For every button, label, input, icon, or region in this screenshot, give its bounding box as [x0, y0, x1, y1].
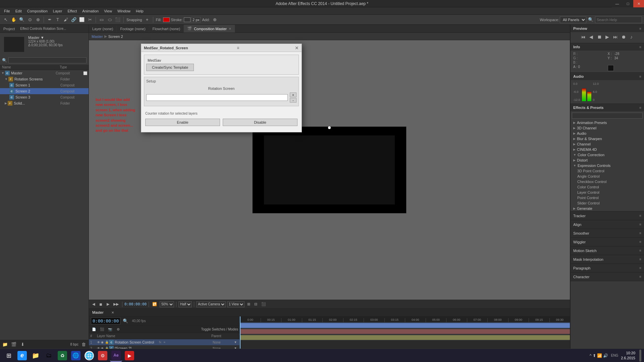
menu-view[interactable]: View: [101, 8, 115, 14]
effect-cat-channel[interactable]: ▶ Channel: [571, 141, 644, 147]
vt-prev-frame[interactable]: ◀: [91, 301, 96, 307]
vt-grid[interactable]: ⊞: [246, 301, 252, 307]
window-controls[interactable]: — □ ✕: [612, 0, 644, 7]
tab-flowchart[interactable]: Flowchart (none): [149, 25, 184, 33]
taskbar-folder[interactable]: 📁: [30, 350, 42, 362]
tl-tab-master[interactable]: Master: [91, 310, 105, 315]
effect-sub-layer[interactable]: Layer Control: [571, 190, 644, 195]
vt-zoom-select[interactable]: 50%: [160, 301, 174, 307]
vt-next-frame[interactable]: ▶▶: [112, 301, 120, 307]
taskbar-ie[interactable]: e: [16, 350, 28, 362]
rotation-screen-input[interactable]: [146, 94, 288, 101]
tool-roto[interactable]: ✂: [86, 16, 94, 23]
effects-search-input[interactable]: [572, 113, 643, 119]
taskbar-app5[interactable]: 🌐: [70, 350, 82, 362]
prev-back-btn[interactable]: ◀: [588, 34, 595, 40]
effect-sub-3dpoint[interactable]: 3D Point Control: [571, 168, 644, 174]
effect-cat-distort[interactable]: ▶ Distort: [571, 158, 644, 163]
prev-record-btn[interactable]: ⏺: [620, 34, 627, 40]
vt-safe-zones[interactable]: ⊟: [253, 301, 259, 307]
workspace-selector[interactable]: All Panels: [560, 16, 586, 23]
effect-cat-expression[interactable]: ▼ Expression Controls: [571, 163, 644, 168]
character-menu-icon[interactable]: ≡: [639, 275, 641, 279]
import-btn[interactable]: ⬇: [19, 341, 26, 348]
effect-sub-slider[interactable]: Slider Control: [571, 200, 644, 206]
tab-footage[interactable]: Footage (none): [117, 25, 149, 33]
menu-window[interactable]: Window: [115, 8, 133, 14]
disable-btn[interactable]: Disable: [223, 119, 298, 126]
tool-zoom[interactable]: 🔍: [18, 16, 25, 23]
menu-effect[interactable]: Effect: [65, 8, 79, 14]
modal-close-btn[interactable]: ✕: [295, 45, 299, 51]
file-item-screen1[interactable]: C Screen 1 Composit: [0, 82, 89, 88]
breadcrumb-master[interactable]: Master: [92, 35, 103, 39]
section-paragraph[interactable]: Paragraph ≡: [571, 264, 644, 273]
maximize-button[interactable]: □: [623, 0, 633, 7]
start-button[interactable]: ⊞: [3, 350, 15, 362]
tool-shape-ellipse[interactable]: ⬭: [106, 16, 113, 23]
menu-file[interactable]: File: [1, 8, 13, 14]
vt-loop[interactable]: 🔁: [151, 301, 158, 307]
vt-quality-select[interactable]: Half: [178, 301, 192, 307]
new-comp-btn[interactable]: 🎬: [10, 341, 17, 348]
tool-hand[interactable]: ✋: [10, 16, 17, 23]
workspace-search-icon[interactable]: 🔍: [587, 16, 594, 23]
fill-color[interactable]: [163, 17, 170, 22]
prev-stop-btn[interactable]: ⏹: [596, 34, 603, 40]
vt-stop[interactable]: ⏹: [98, 302, 104, 307]
section-mask-interpolation[interactable]: Mask Interpolation ≡: [571, 255, 644, 264]
effect-sub-checkbox[interactable]: Checkbox Control: [571, 179, 644, 184]
taskbar-app7[interactable]: ⚙: [97, 350, 109, 362]
tool-cam-pan[interactable]: ⊕: [34, 16, 42, 23]
effect-cat-blur[interactable]: ▶ Blur & Sharpen: [571, 136, 644, 141]
modal-menu-icon[interactable]: ≡: [237, 46, 239, 50]
effect-cat-3dchannel[interactable]: ▶ 3D Channel: [571, 125, 644, 131]
create-sync-btn[interactable]: Create/Sync Template: [146, 64, 194, 71]
info-menu-icon[interactable]: ≡: [639, 45, 641, 49]
prev-sound-btn[interactable]: ♪: [628, 34, 635, 40]
taskbar-app4[interactable]: ♻: [56, 350, 68, 362]
menu-help[interactable]: Help: [133, 8, 146, 14]
tool-clone[interactable]: 🔗: [70, 16, 77, 23]
paragraph-menu-icon[interactable]: ≡: [639, 266, 641, 270]
vt-camera-select[interactable]: Active Camera: [196, 301, 226, 307]
menu-animation[interactable]: Animation: [79, 8, 101, 14]
vt-views-select[interactable]: 1 View: [227, 301, 245, 307]
vt-play[interactable]: ▶: [105, 301, 111, 307]
file-item-master[interactable]: ▼ C Master Composit ⬜: [0, 70, 89, 76]
wiggler-menu-icon[interactable]: ≡: [639, 240, 641, 244]
tab-composition[interactable]: 🎬 Composition Master ✕: [184, 25, 235, 33]
effect-cat-generate[interactable]: ▶ Generate: [571, 206, 644, 211]
tool-shape-rect[interactable]: ▭: [98, 16, 105, 23]
stroke-color[interactable]: [184, 17, 191, 22]
tool-3d[interactable]: ⬛: [114, 16, 121, 23]
delete-btn[interactable]: 🗑: [80, 341, 87, 348]
effects-presets-menu-icon[interactable]: ≡: [639, 106, 641, 110]
plus-btn[interactable]: +: [290, 93, 297, 97]
tab-effect-controls[interactable]: Effect Controls Rotation Scre...: [19, 26, 67, 31]
section-motion-sketch[interactable]: Motion Sketch ≡: [571, 246, 644, 255]
taskbar-chrome[interactable]: 🌐: [83, 350, 95, 362]
smoother-menu-icon[interactable]: ≡: [639, 231, 641, 235]
tool-select[interactable]: ↖: [2, 16, 9, 23]
tl-close-btn[interactable]: ✕: [109, 309, 116, 316]
tl-new-solid[interactable]: ⬛: [98, 326, 106, 333]
tl-new-layer[interactable]: 📄: [90, 326, 98, 333]
effect-cat-colorcorrection[interactable]: ▼ Color Correction: [571, 152, 644, 158]
prev-ff-btn[interactable]: ⏭: [612, 34, 619, 40]
minus-btn[interactable]: -: [290, 98, 297, 103]
project-search-input[interactable]: [8, 57, 87, 63]
taskbar-explorer[interactable]: 🗂: [43, 350, 55, 362]
tl-new-camera[interactable]: 📷: [106, 326, 114, 333]
motion-sketch-menu-icon[interactable]: ≡: [639, 249, 641, 252]
section-align[interactable]: Align ≡: [571, 220, 644, 229]
effect-cat-animation[interactable]: ▶ Animation Presets: [571, 120, 644, 125]
file-item-solids[interactable]: ▶ F Solid... Folder: [0, 100, 89, 106]
file-item-rotation-screens[interactable]: ▼ F Rotation Screens Folder: [0, 76, 89, 82]
effect-cat-audio[interactable]: ▶ Audio: [571, 131, 644, 136]
menu-edit[interactable]: Edit: [13, 8, 24, 14]
menu-layer[interactable]: Layer: [50, 8, 65, 14]
section-tracker[interactable]: Tracker ≡: [571, 212, 644, 220]
tool-text[interactable]: T: [54, 16, 61, 23]
align-menu-icon[interactable]: ≡: [639, 223, 641, 226]
